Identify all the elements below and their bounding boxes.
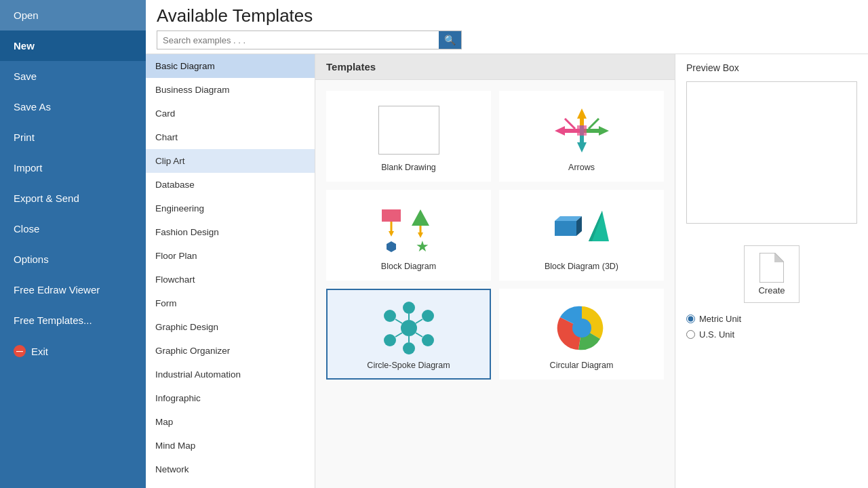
- right-panel: Preview Box Create Metric Unit: [675, 54, 868, 488]
- sidebar-item-export-send[interactable]: Export & Send: [0, 183, 146, 214]
- sidebar-item-options[interactable]: Options: [0, 244, 146, 274]
- template-thumb-block: ★: [375, 202, 443, 256]
- template-label-blank: Blank Drawing: [381, 163, 436, 172]
- svg-marker-11: [412, 209, 429, 226]
- us-unit-label: U.S. Unit: [699, 329, 734, 340]
- exit-icon: [14, 345, 26, 357]
- sidebar-item-free-templates[interactable]: Free Templates...: [0, 305, 146, 336]
- sidebar-item-open[interactable]: Open: [0, 0, 146, 30]
- sidebar-item-print[interactable]: Print: [0, 122, 146, 152]
- main-content: Available Templates 🔍 Basic Diagram Busi…: [146, 0, 868, 488]
- block-diagram-icon: ★: [378, 204, 439, 255]
- page-title: Available Templates: [157, 5, 857, 26]
- svg-point-22: [422, 310, 434, 322]
- svg-rect-15: [555, 221, 576, 236]
- sidebar-item-new[interactable]: New: [0, 30, 146, 61]
- sidebar-item-save[interactable]: Save: [0, 61, 146, 92]
- sidebar-item-save-as[interactable]: Save As: [0, 92, 146, 122]
- category-item-fashion-design[interactable]: Fashion Design: [146, 220, 315, 244]
- sidebar: Open New Save Save As Print Import Expor…: [0, 0, 146, 488]
- svg-line-6: [589, 119, 599, 129]
- template-thumb-spoke: [375, 301, 443, 355]
- template-label-circular: Circular Diagram: [550, 361, 614, 370]
- arrows-icon: [551, 105, 612, 156]
- sidebar-item-free-edraw[interactable]: Free Edraw Viewer: [0, 274, 146, 305]
- sidebar-item-import[interactable]: Import: [0, 152, 146, 183]
- svg-marker-34: [760, 253, 784, 283]
- create-btn-area: Create: [686, 245, 857, 303]
- template-arrows[interactable]: Arrows: [499, 91, 664, 182]
- svg-point-21: [403, 302, 415, 314]
- category-item-mind-map[interactable]: Mind Map: [146, 434, 315, 458]
- category-item-map[interactable]: Map: [146, 410, 315, 434]
- page-header: Available Templates 🔍: [146, 0, 868, 54]
- template-label-block: Block Diagram: [381, 262, 436, 271]
- category-item-card[interactable]: Card: [146, 102, 315, 125]
- svg-marker-13: [418, 232, 423, 238]
- template-block-diagram[interactable]: ★ Block Diagram: [326, 190, 491, 281]
- category-item-graphic-design[interactable]: Graphic Design: [146, 315, 315, 339]
- svg-line-29: [416, 333, 422, 337]
- templates-panel: Templates Blank Drawing: [315, 54, 675, 488]
- svg-line-5: [565, 119, 575, 129]
- blank-drawing-preview: [378, 106, 439, 155]
- template-thumb-circular: [548, 301, 616, 355]
- category-item-clip-art[interactable]: Clip Art: [146, 149, 315, 173]
- template-circular[interactable]: Circular Diagram: [499, 289, 664, 380]
- search-bar: 🔍: [157, 30, 462, 49]
- sidebar-item-close[interactable]: Close: [0, 214, 146, 244]
- unit-options: Metric Unit U.S. Unit: [686, 314, 857, 340]
- category-item-database[interactable]: Database: [146, 173, 315, 197]
- category-item-form[interactable]: Form: [146, 291, 315, 315]
- category-panel: Basic Diagram Business Diagram Card Char…: [146, 54, 315, 488]
- us-unit-radio[interactable]: [686, 330, 695, 339]
- svg-rect-7: [382, 209, 401, 222]
- template-block-diagram-3d[interactable]: Block Diagram (3D): [499, 190, 664, 281]
- svg-marker-9: [389, 231, 394, 237]
- us-unit-option[interactable]: U.S. Unit: [686, 329, 857, 340]
- create-button[interactable]: Create: [744, 245, 799, 303]
- block-diagram-3d-icon: [551, 204, 612, 255]
- template-label-spoke: Circle-Spoke Diagram: [367, 361, 450, 370]
- category-item-infographic[interactable]: Infographic: [146, 386, 315, 410]
- svg-point-20: [401, 320, 417, 336]
- exit-label: Exit: [31, 346, 48, 357]
- template-thumb-blank: [375, 103, 443, 157]
- template-circle-spoke[interactable]: Circle-Spoke Diagram: [326, 289, 491, 380]
- svg-point-23: [422, 334, 434, 346]
- svg-point-25: [384, 334, 396, 346]
- category-item-engineering[interactable]: Engineering: [146, 197, 315, 220]
- metric-unit-label: Metric Unit: [699, 314, 741, 324]
- template-blank-drawing[interactable]: Blank Drawing: [326, 91, 491, 182]
- template-label-arrows: Arrows: [568, 163, 595, 172]
- preview-box: [686, 81, 857, 224]
- circle-spoke-icon: [375, 301, 443, 355]
- templates-grid: Blank Drawing: [315, 80, 675, 390]
- svg-line-28: [416, 319, 422, 323]
- svg-point-24: [403, 342, 415, 354]
- svg-line-32: [395, 319, 402, 323]
- category-item-graphic-organizer[interactable]: Graphic Organizer: [146, 339, 315, 363]
- content-area: Basic Diagram Business Diagram Card Char…: [146, 54, 868, 488]
- template-thumb-block3d: [548, 202, 616, 256]
- create-file-icon: [760, 253, 784, 283]
- template-label-block3d: Block Diagram (3D): [545, 262, 618, 271]
- svg-rect-4: [577, 125, 587, 136]
- category-item-business-diagram[interactable]: Business Diagram: [146, 78, 315, 102]
- circular-diagram-icon: [551, 301, 612, 355]
- category-item-industrial-automation[interactable]: Industrial Automation: [146, 363, 315, 386]
- metric-unit-option[interactable]: Metric Unit: [686, 314, 857, 324]
- preview-title: Preview Box: [686, 62, 857, 73]
- search-button[interactable]: 🔍: [439, 31, 461, 49]
- category-item-flowchart[interactable]: Flowchart: [146, 268, 315, 291]
- category-item-network[interactable]: Network: [146, 458, 315, 481]
- sidebar-item-exit[interactable]: Exit: [0, 336, 146, 367]
- category-item-chart[interactable]: Chart: [146, 125, 315, 149]
- create-label: Create: [758, 285, 785, 296]
- category-item-basic-diagram[interactable]: Basic Diagram: [146, 54, 315, 78]
- category-item-floor-plan[interactable]: Floor Plan: [146, 244, 315, 268]
- svg-point-33: [572, 319, 591, 338]
- search-input[interactable]: [157, 33, 439, 48]
- metric-unit-radio[interactable]: [686, 314, 695, 323]
- template-thumb-arrows: [548, 103, 616, 157]
